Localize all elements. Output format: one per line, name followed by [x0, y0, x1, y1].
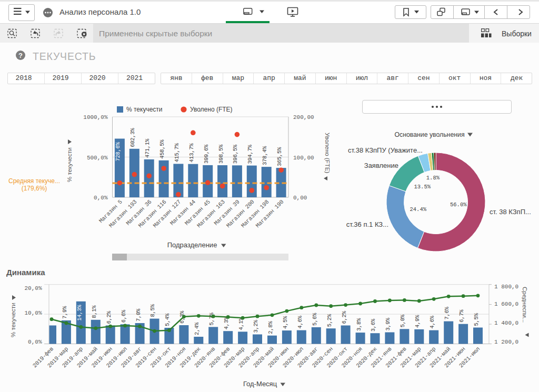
svg-text:% текучести: % текучести: [126, 106, 163, 113]
svg-text:500,0%: 500,0%: [87, 155, 108, 161]
svg-text:1000,0%: 1000,0%: [83, 114, 108, 120]
svg-text:?: ?: [18, 52, 23, 59]
svg-text:% текучести: % текучести: [10, 303, 16, 337]
svg-text:471,1%: 471,1%: [144, 138, 151, 158]
svg-text:728,6%: 728,6%: [115, 142, 121, 162]
svg-text:413,7%: 413,7%: [188, 143, 195, 163]
svg-text:3,6%: 3,6%: [371, 318, 377, 331]
svg-text:ст. 38 КЗпП...: ст. 38 КЗпП...: [490, 208, 531, 216]
svg-text:396,5%: 396,5%: [232, 144, 238, 164]
svg-text:Заявление: Заявление: [364, 162, 398, 169]
svg-text:20,0%: 20,0%: [24, 285, 42, 292]
svg-text:6,2%: 6,2%: [341, 310, 347, 324]
svg-text:365,5%: 365,5%: [276, 147, 283, 166]
svg-text:5,2%: 5,2%: [326, 314, 333, 327]
svg-text:2,4%: 2,4%: [194, 322, 200, 335]
svg-text:7,6%: 7,6%: [444, 307, 450, 320]
svg-text:1 400,0: 1 400,0: [494, 320, 518, 326]
svg-text:14,3%: 14,3%: [76, 305, 83, 321]
svg-text:5,6%: 5,6%: [312, 313, 318, 326]
svg-text:Среднеспи...: Среднеспи...: [522, 287, 528, 323]
svg-text:7,9%: 7,9%: [62, 306, 68, 319]
svg-text:ст.36 п.1 КЗ...: ст.36 п.1 КЗ...: [346, 220, 388, 228]
svg-text:4,6%: 4,6%: [297, 316, 303, 329]
svg-text:10,0%: 10,0%: [24, 310, 42, 316]
svg-text:4,9%: 4,9%: [414, 315, 421, 328]
svg-text:394,7%: 394,7%: [247, 145, 253, 164]
svg-text:3,8%: 3,8%: [356, 318, 362, 331]
svg-text:1 200,0: 1 200,0: [494, 339, 518, 345]
svg-text:5,4%: 5,4%: [164, 313, 171, 326]
svg-text:Основание увольнения: Основание увольнения: [394, 131, 464, 138]
svg-text:(179,6%): (179,6%): [22, 185, 47, 192]
svg-text:399,6%: 399,6%: [203, 144, 209, 164]
svg-text:Уволено (FTE): Уволено (FTE): [324, 133, 331, 173]
svg-text:7,0%: 7,0%: [135, 308, 142, 321]
svg-text:458,5%: 458,5%: [159, 139, 165, 159]
svg-text:ст.38 КЗпПУ (Уважите...: ст.38 КЗпПУ (Уважите...: [348, 146, 423, 154]
svg-text:4,5%: 4,5%: [282, 316, 288, 329]
svg-text:Средняя текуче...: Средняя текуче...: [8, 177, 60, 185]
svg-text:1 800,0: 1 800,0: [494, 284, 518, 290]
svg-text:100,00: 100,00: [293, 155, 314, 161]
svg-text:0,0%: 0,0%: [28, 339, 42, 345]
svg-text:Уволено (FTE): Уволено (FTE): [190, 106, 233, 113]
svg-text:378,4%: 378,4%: [262, 146, 268, 165]
svg-text:602,3%: 602,3%: [129, 128, 136, 147]
svg-text:200,00: 200,00: [293, 114, 314, 120]
svg-text:8,5%: 8,5%: [150, 304, 156, 317]
svg-text:0,00: 0,00: [293, 195, 307, 201]
svg-text:8,1%: 8,1%: [91, 305, 97, 318]
svg-text:Динамика: Динамика: [6, 268, 45, 277]
svg-text:5,0%: 5,0%: [400, 314, 406, 327]
svg-text:5,5%: 5,5%: [473, 313, 480, 326]
svg-text:24.4%: 24.4%: [410, 206, 426, 213]
svg-text:Год-Месяц: Год-Месяц: [243, 380, 277, 388]
svg-text:1.8%: 1.8%: [426, 175, 440, 181]
svg-text:1 600,0: 1 600,0: [494, 301, 518, 307]
svg-text:6,7%: 6,7%: [458, 309, 465, 323]
svg-text:3,2%: 3,2%: [253, 319, 259, 333]
svg-text:0,0%: 0,0%: [94, 195, 108, 201]
svg-text:4,6%: 4,6%: [429, 316, 435, 329]
svg-text:398,5%: 398,5%: [218, 144, 224, 164]
svg-text:56.0%: 56.0%: [450, 202, 467, 208]
svg-text:6,6%: 6,6%: [121, 309, 127, 323]
svg-text:5,7%: 5,7%: [208, 312, 215, 325]
svg-text:415,7%: 415,7%: [174, 143, 180, 162]
svg-text:Подразделение: Подразделение: [167, 241, 217, 249]
svg-text:% текучести: % текучести: [66, 147, 73, 182]
svg-text:2,8%: 2,8%: [267, 321, 274, 334]
svg-text:3,9%: 3,9%: [385, 317, 391, 330]
svg-text:13.5%: 13.5%: [414, 184, 431, 190]
svg-text:6,2%: 6,2%: [106, 310, 112, 324]
